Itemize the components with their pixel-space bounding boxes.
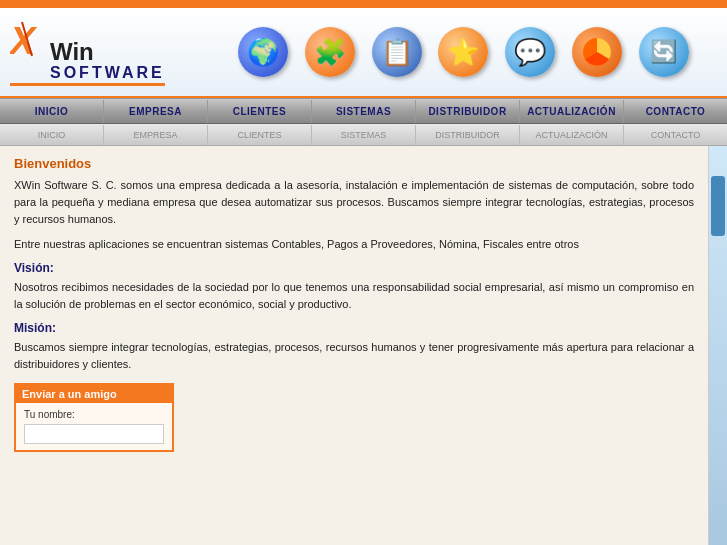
- nav-sistemas[interactable]: SISTEMAS: [312, 100, 416, 123]
- nav-icon-distribuidor[interactable]: 💬: [505, 27, 555, 77]
- logo-underline: [10, 83, 165, 86]
- nav-inicio[interactable]: INICIO: [0, 100, 104, 123]
- apps-text: Entre nuestras aplicaciones se encuentra…: [14, 236, 694, 253]
- nav-icon-empresa[interactable]: 🧩: [305, 27, 355, 77]
- star-icon: ⭐: [438, 27, 488, 77]
- right-sidebar: [709, 146, 727, 545]
- pie-icon: [572, 27, 622, 77]
- nav-contacto[interactable]: CONTACTO: [624, 100, 727, 123]
- scrollbar-thumb[interactable]: [711, 176, 725, 236]
- welcome-title: Bienvenidos: [14, 156, 694, 171]
- sub-nav-bar: INICIO EMPRESA CLIENTES SISTEMAS DISTRIB…: [0, 124, 727, 146]
- sub-nav-distribuidor[interactable]: DISTRIBUIDOR: [416, 125, 520, 145]
- nav-icons: 🌍 🧩 📋 ⭐ 💬: [210, 27, 717, 77]
- logo-area: X Win SOFTWARE: [10, 18, 210, 87]
- top-bar: [0, 0, 727, 8]
- sub-nav-actualizacion[interactable]: ACTUALIZACIÓN: [520, 125, 624, 145]
- pie-svg: [581, 36, 613, 68]
- logo-win-text: Win: [50, 40, 165, 64]
- send-form: Enviar a un amigo Tu nombre:: [14, 383, 174, 452]
- header: X Win SOFTWARE 🌍 🧩 📋 ⭐: [0, 8, 727, 98]
- nav-icon-clientes[interactable]: 📋: [372, 27, 422, 77]
- mision-title: Misión:: [14, 321, 694, 335]
- logo-line1: X Win SOFTWARE: [10, 18, 165, 82]
- nav-icon-sistemas[interactable]: ⭐: [438, 27, 488, 77]
- chat-icon: 💬: [505, 27, 555, 77]
- sub-nav-inicio[interactable]: INICIO: [0, 125, 104, 145]
- mision-text: Buscamos siempre integrar tecnologías, e…: [14, 339, 694, 373]
- nav-icon-contacto[interactable]: 🔄: [639, 27, 689, 77]
- logo-container: X Win SOFTWARE: [10, 18, 165, 87]
- sub-nav-contacto[interactable]: CONTACTO: [624, 125, 727, 145]
- intro-text: XWin Software S. C. somos una empresa de…: [14, 177, 694, 228]
- nav-bar: INICIO EMPRESA CLIENTES SISTEMAS DISTRIB…: [0, 98, 727, 124]
- vision-text: Nosotros recibimos necesidades de la soc…: [14, 279, 694, 313]
- name-input[interactable]: [24, 424, 164, 444]
- sub-nav-clientes[interactable]: CLIENTES: [208, 125, 312, 145]
- nav-empresa[interactable]: EMPRESA: [104, 100, 208, 123]
- name-label: Tu nombre:: [24, 409, 164, 420]
- main-wrapper: Bienvenidos XWin Software S. C. somos un…: [0, 146, 727, 545]
- send-form-title: Enviar a un amigo: [16, 385, 172, 403]
- globe-icon: 🌍: [238, 27, 288, 77]
- logo-x-svg: X: [10, 18, 48, 60]
- nav-clientes[interactable]: CLIENTES: [208, 100, 312, 123]
- sub-nav-empresa[interactable]: EMPRESA: [104, 125, 208, 145]
- nav-icon-actualizacion[interactable]: [572, 27, 622, 77]
- nav-actualizacion[interactable]: ACTUALIZACIÓN: [520, 100, 624, 123]
- logo-software-text: SOFTWARE: [50, 64, 165, 82]
- sub-nav-sistemas[interactable]: SISTEMAS: [312, 125, 416, 145]
- refresh-icon: 🔄: [639, 27, 689, 77]
- vision-title: Visión:: [14, 261, 694, 275]
- puzzle-icon: 🧩: [305, 27, 355, 77]
- nav-distribuidor[interactable]: DISTRIBUIDOR: [416, 100, 520, 123]
- book-icon: 📋: [372, 27, 422, 77]
- nav-icon-inicio[interactable]: 🌍: [238, 27, 288, 77]
- content-area: Bienvenidos XWin Software S. C. somos un…: [0, 146, 709, 545]
